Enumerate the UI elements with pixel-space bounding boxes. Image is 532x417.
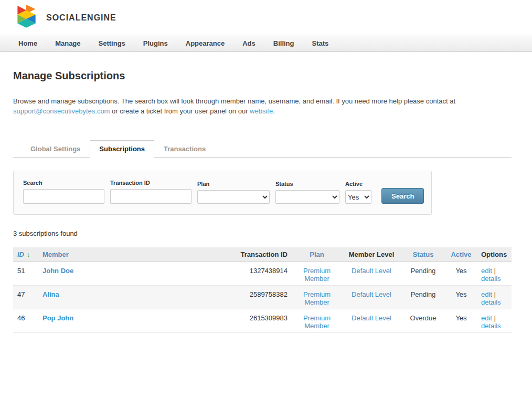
column-header-transaction-id: Transaction ID (226, 247, 292, 262)
cell-active: Yes (445, 286, 477, 309)
cell-member-level: Default Level (342, 286, 401, 309)
nav-item-plugins[interactable]: Plugins (134, 35, 177, 52)
cell-status: Pending (401, 286, 445, 309)
transaction-id-input[interactable] (110, 189, 191, 204)
edit-link[interactable]: edit (481, 267, 492, 275)
cell-plan: Premium Member (292, 309, 342, 333)
app-header: SOCIALENGINE (0, 0, 532, 35)
id-sort-link[interactable]: ID (17, 251, 24, 258)
active-label: Active (345, 181, 371, 187)
nav-item-appearance[interactable]: Appearance (177, 35, 233, 52)
support-email-link[interactable]: support@consecutivebytes.com (13, 107, 110, 115)
column-header-member[interactable]: Member (38, 247, 226, 262)
plan-link[interactable]: Premium Member (296, 267, 338, 283)
tab-subscriptions[interactable]: Subscriptions (90, 140, 154, 158)
cell-id: 47 (13, 286, 38, 309)
options-separator: | (494, 267, 496, 275)
details-link[interactable]: details (481, 298, 501, 306)
member-level-link[interactable]: Default Level (352, 267, 391, 275)
description-text-end: . (273, 107, 275, 115)
cell-transaction-id: 2615309983 (226, 309, 292, 333)
socialengine-logo-icon (13, 4, 39, 32)
nav-item-ads[interactable]: Ads (233, 35, 264, 52)
main-content: Manage Subscriptions Browse and manage s… (0, 70, 525, 333)
details-link[interactable]: details (481, 322, 501, 330)
table-row: 51 John Doe 1327438914 Premium Member De… (13, 262, 512, 286)
results-count: 3 subscriptions found (13, 230, 512, 237)
cell-active: Yes (445, 309, 477, 333)
member-level-link[interactable]: Default Level (352, 314, 391, 322)
cell-transaction-id: 1327438914 (226, 262, 292, 286)
cell-active: Yes (445, 262, 477, 286)
tab-global-settings[interactable]: Global Settings (21, 140, 90, 158)
cell-transaction-id: 2589758382 (226, 286, 292, 309)
options-separator: | (494, 290, 496, 298)
column-header-member-level: Member Level (342, 247, 401, 262)
cell-member: John Doe (38, 262, 226, 286)
member-level-link[interactable]: Default Level (352, 290, 391, 298)
cell-member: Alina (38, 286, 226, 309)
subscriptions-table: ID↓ Member Transaction ID Plan Member Le… (13, 247, 512, 333)
cell-status: Pending (401, 262, 445, 286)
column-header-status[interactable]: Status (401, 247, 445, 262)
plan-field-group: Plan (197, 181, 270, 204)
search-panel: Search Transaction ID Plan Status Active… (13, 171, 432, 215)
search-button[interactable]: Search (381, 188, 424, 204)
cell-member: Pop John (38, 309, 226, 333)
options-separator: | (494, 314, 496, 322)
logo[interactable]: SOCIALENGINE (13, 4, 532, 32)
main-nav: Home Manage Settings Plugins Appearance … (0, 35, 532, 52)
edit-link[interactable]: edit (481, 314, 492, 322)
member-link[interactable]: Alina (42, 290, 59, 298)
cell-plan: Premium Member (292, 286, 342, 309)
column-header-active[interactable]: Active (445, 247, 477, 262)
description-text-1: Browse and manage subscriptions. The sea… (13, 97, 455, 105)
nav-item-manage[interactable]: Manage (46, 35, 89, 52)
nav-item-home[interactable]: Home (9, 35, 46, 52)
nav-item-stats[interactable]: Stats (303, 35, 337, 52)
cell-id: 51 (13, 262, 38, 286)
status-select[interactable] (275, 190, 339, 204)
cell-options: edit | details (477, 309, 512, 333)
cell-options: edit | details (477, 262, 512, 286)
column-header-options: Options (477, 247, 512, 262)
cell-id: 46 (13, 309, 38, 333)
column-header-id[interactable]: ID↓ (13, 247, 38, 262)
nav-item-billing[interactable]: Billing (264, 35, 303, 52)
table-row: 46 Pop John 2615309983 Premium Member De… (13, 309, 512, 333)
page-title: Manage Subscriptions (13, 70, 512, 82)
search-input[interactable] (23, 189, 104, 204)
logo-text: SOCIALENGINE (46, 13, 116, 23)
website-link[interactable]: website (250, 107, 273, 115)
column-header-plan[interactable]: Plan (292, 247, 342, 262)
cell-status: Overdue (401, 309, 445, 333)
status-label: Status (275, 181, 339, 187)
sort-desc-icon: ↓ (27, 251, 30, 258)
active-field-group: Active Yes (345, 181, 371, 204)
cell-plan: Premium Member (292, 262, 342, 286)
table-header-row: ID↓ Member Transaction ID Plan Member Le… (13, 247, 512, 262)
status-field-group: Status (275, 181, 339, 204)
description-text-2: or create a ticket from your user panel … (112, 107, 248, 115)
cell-member-level: Default Level (342, 262, 401, 286)
transaction-id-field-group: Transaction ID (110, 180, 191, 204)
details-link[interactable]: details (481, 275, 501, 283)
search-label: Search (23, 180, 104, 186)
plan-select[interactable] (197, 190, 270, 204)
member-link[interactable]: John Doe (42, 267, 73, 275)
nav-item-settings[interactable]: Settings (90, 35, 134, 52)
tab-bar: Global Settings Subscriptions Transactio… (13, 140, 512, 158)
tab-transactions[interactable]: Transactions (154, 140, 215, 158)
active-select[interactable]: Yes (345, 190, 371, 204)
transaction-id-label: Transaction ID (110, 180, 191, 186)
plan-link[interactable]: Premium Member (296, 290, 338, 306)
page-description: Browse and manage subscriptions. The sea… (13, 96, 485, 116)
plan-link[interactable]: Premium Member (296, 314, 338, 330)
search-field-group: Search (23, 180, 104, 204)
member-link[interactable]: Pop John (42, 314, 73, 322)
table-row: 47 Alina 2589758382 Premium Member Defau… (13, 286, 512, 309)
edit-link[interactable]: edit (481, 290, 492, 298)
cell-member-level: Default Level (342, 309, 401, 333)
cell-options: edit | details (477, 286, 512, 309)
plan-label: Plan (197, 181, 270, 187)
